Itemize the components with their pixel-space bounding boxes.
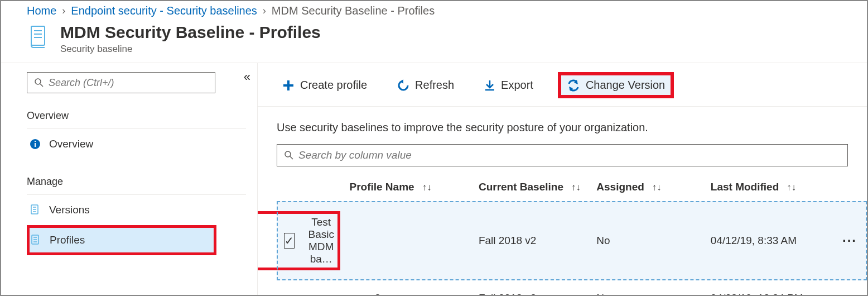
column-header-assigned[interactable]: Assigned↑↓ <box>592 173 706 201</box>
refresh-button[interactable]: Refresh <box>392 75 460 95</box>
breadcrumb: Home › Endpoint security - Security base… <box>1 1 867 23</box>
collapse-sidebar-icon[interactable]: « <box>244 70 250 84</box>
svg-line-5 <box>40 84 43 87</box>
row-actions-button[interactable]: ··· <box>838 201 867 280</box>
breadcrumb-endpoint-security[interactable]: Endpoint security - Security baselines <box>71 4 257 17</box>
breadcrumb-current: MDM Security Baseline - Profiles <box>272 4 435 17</box>
download-icon <box>484 79 495 92</box>
document-icon <box>29 204 41 216</box>
svg-point-24 <box>285 151 291 157</box>
create-profile-button[interactable]: Create profile <box>277 75 373 95</box>
column-header-baseline[interactable]: Current Baseline↑↓ <box>474 173 592 201</box>
sidebar-item-label: Versions <box>49 204 90 216</box>
sidebar-search-input[interactable] <box>44 75 215 91</box>
cell-assigned: No <box>592 280 706 296</box>
toolbar: Create profile Refresh Export <box>258 68 867 107</box>
change-version-highlight: Change Version <box>558 72 674 98</box>
sidebar: « Overview Overview Manage Versions Pr <box>1 63 258 296</box>
column-header-modified[interactable]: Last Modified↑↓ <box>706 173 838 201</box>
row-actions-button[interactable]: ··· <box>838 280 867 296</box>
sidebar-section-overview: Overview <box>27 110 246 129</box>
toolbar-label: Refresh <box>415 79 454 92</box>
description-text: Use security baselines to improve the se… <box>258 107 867 144</box>
info-icon <box>29 139 41 150</box>
sort-icon: ↑↓ <box>422 182 432 193</box>
chevron-right-icon: › <box>62 5 65 17</box>
svg-rect-8 <box>35 141 36 142</box>
sort-icon: ↑↓ <box>571 182 581 193</box>
sidebar-item-label: Profiles <box>50 234 85 246</box>
plus-icon <box>282 79 295 92</box>
toolbar-label: Create profile <box>300 79 367 92</box>
change-version-button[interactable]: Change Version <box>561 75 671 95</box>
page-header: MDM Security Baseline - Profiles Securit… <box>1 23 867 63</box>
toolbar-label: Export <box>501 79 533 92</box>
document-icon <box>30 234 42 246</box>
svg-marker-19 <box>401 79 403 84</box>
search-icon <box>284 150 294 160</box>
breadcrumb-home[interactable]: Home <box>27 4 56 17</box>
svg-rect-7 <box>35 143 36 147</box>
table-search-input[interactable] <box>294 147 847 164</box>
cell-modified: 04/02/19, 12:34 PM <box>706 280 838 296</box>
profiles-table: Profile Name↑↓ Current Baseline↑↓ Assign… <box>277 173 867 296</box>
row-checkbox[interactable]: ✓ <box>284 233 295 249</box>
toolbar-label: Change Version <box>586 79 665 92</box>
sidebar-item-label: Overview <box>49 138 93 150</box>
main-panel: Create profile Refresh Export <box>258 63 867 296</box>
sidebar-item-versions[interactable]: Versions <box>27 195 246 225</box>
page-subtitle: Security baseline <box>60 44 321 55</box>
sidebar-item-profiles[interactable]: Profiles <box>27 225 216 255</box>
profile-name: test v2 <box>345 280 474 296</box>
svg-point-4 <box>35 79 41 84</box>
page-title: MDM Security Baseline - Profiles <box>60 23 321 41</box>
chevron-right-icon: › <box>263 5 266 17</box>
column-header-name[interactable]: Profile Name↑↓ <box>345 173 474 201</box>
svg-line-25 <box>290 156 293 159</box>
cell-baseline: Fall 2018 v2 <box>474 201 592 280</box>
sidebar-search[interactable] <box>27 72 215 93</box>
cell-modified: 04/12/19, 8:33 AM <box>706 201 838 280</box>
search-icon <box>34 78 44 88</box>
sort-icon: ↑↓ <box>652 182 662 193</box>
sync-icon <box>567 79 580 92</box>
cell-baseline: Fall 2018 v2 <box>474 280 592 296</box>
sidebar-item-overview[interactable]: Overview <box>27 129 246 159</box>
baseline-document-icon <box>27 23 51 53</box>
table-search[interactable] <box>277 144 848 166</box>
cell-assigned: No <box>592 201 706 280</box>
svg-rect-0 <box>31 26 45 45</box>
table-row[interactable]: test v2 Fall 2018 v2 No 04/02/19, 12:34 … <box>277 280 867 296</box>
export-button[interactable]: Export <box>479 75 539 95</box>
table-row[interactable]: ✓ Test Basic MDM ba… Fall 2018 v2 No 04/… <box>277 201 867 280</box>
sidebar-section-manage: Manage <box>27 176 246 195</box>
profile-name: Test Basic MDM ba… <box>306 216 336 265</box>
sort-icon: ↑↓ <box>787 182 796 193</box>
refresh-icon <box>397 79 409 92</box>
